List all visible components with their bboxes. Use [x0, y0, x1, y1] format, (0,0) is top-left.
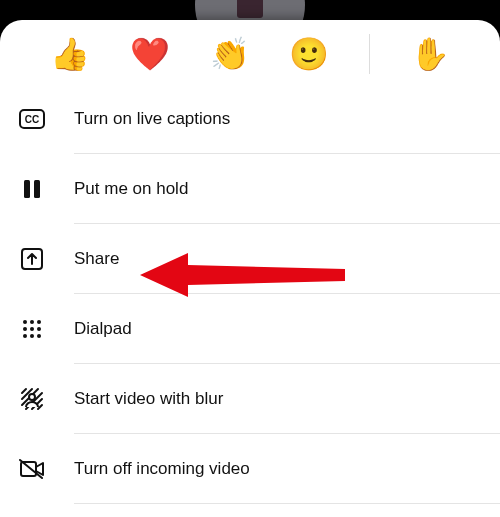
clap-icon[interactable]: 👏 — [210, 38, 250, 70]
svg-point-6 — [30, 320, 34, 324]
svg-point-8 — [23, 327, 27, 331]
svg-point-12 — [30, 334, 34, 338]
video-off-icon — [18, 455, 46, 483]
menu-item-incoming-off[interactable]: Turn off incoming video — [0, 434, 500, 504]
menu-item-label: Start video with blur — [74, 389, 223, 409]
menu-item-share[interactable]: Share — [0, 224, 500, 294]
reactions-row: 👍 ❤️ 👏 🙂 ✋ — [0, 20, 500, 84]
menu-item-hold[interactable]: Put me on hold — [0, 154, 500, 224]
svg-point-13 — [37, 334, 41, 338]
svg-point-10 — [37, 327, 41, 331]
captions-icon: CC — [18, 105, 46, 133]
thumbs-up-icon[interactable]: 👍 — [50, 38, 90, 70]
svg-point-11 — [23, 334, 27, 338]
smile-icon[interactable]: 🙂 — [289, 38, 329, 70]
svg-point-5 — [23, 320, 27, 324]
share-icon — [18, 245, 46, 273]
menu-item-dialpad[interactable]: Dialpad — [0, 294, 500, 364]
menu-item-label: Dialpad — [74, 319, 132, 339]
menu-item-blur[interactable]: Start video with blur — [0, 364, 500, 434]
menu-item-label: Turn off incoming video — [74, 459, 250, 479]
svg-rect-21 — [21, 462, 36, 476]
menu-list: CC Turn on live captions Put me on hold … — [0, 84, 500, 504]
svg-point-7 — [37, 320, 41, 324]
svg-point-20 — [29, 394, 35, 400]
svg-text:CC: CC — [25, 114, 39, 125]
svg-point-9 — [30, 327, 34, 331]
reaction-divider — [369, 34, 370, 74]
action-sheet: 👍 ❤️ 👏 🙂 ✋ CC Turn on live captions Put … — [0, 20, 500, 517]
menu-item-captions[interactable]: CC Turn on live captions — [0, 84, 500, 154]
svg-rect-2 — [24, 180, 30, 198]
heart-icon[interactable]: ❤️ — [130, 38, 170, 70]
svg-rect-3 — [34, 180, 40, 198]
pause-icon — [18, 175, 46, 203]
svg-line-14 — [22, 389, 26, 393]
menu-item-label: Put me on hold — [74, 179, 188, 199]
menu-item-label: Share — [74, 249, 119, 269]
dialpad-icon — [18, 315, 46, 343]
raise-hand-icon[interactable]: ✋ — [410, 38, 450, 70]
blur-icon — [18, 385, 46, 413]
menu-item-label: Turn on live captions — [74, 109, 230, 129]
